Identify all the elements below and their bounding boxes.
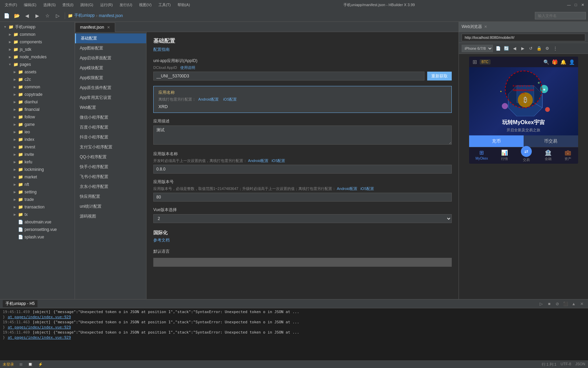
menu-select[interactable]: 选择(S): [41, 2, 58, 8]
console-tab[interactable]: 手机uniapp - H5: [3, 300, 37, 307]
version-ios-link[interactable]: iOS配置: [272, 159, 285, 163]
manifest-menu-web[interactable]: Web配置: [75, 103, 146, 113]
tree-item-invite[interactable]: ▶ 📁 invite: [0, 151, 75, 158]
browser-url-input[interactable]: [462, 34, 585, 41]
menu-tools[interactable]: 工具(T): [156, 2, 173, 8]
phone-bell-icon[interactable]: 🔔: [560, 59, 566, 65]
tab-close-manifest[interactable]: ✕: [107, 25, 110, 30]
menu-edit[interactable]: 编辑(E): [22, 2, 38, 8]
trade-btn[interactable]: 币交易: [524, 135, 578, 147]
build-input[interactable]: [153, 193, 452, 202]
tree-item-invest[interactable]: ▶ 📁 invest: [0, 143, 75, 151]
bookmark-btn[interactable]: ☆: [43, 11, 52, 20]
nav-myokex[interactable]: ⊞ MyOkex: [476, 149, 488, 162]
phone-gift-icon[interactable]: 🎁: [552, 59, 558, 65]
tree-item-pages[interactable]: ▼ 📁 pages: [0, 61, 75, 68]
minimize-btn[interactable]: —: [566, 2, 572, 8]
tree-item-market[interactable]: ▶ 📁 market: [0, 173, 75, 181]
manifest-menu-quickapp[interactable]: 快应用配置: [75, 192, 146, 202]
browser-tab-close[interactable]: ✕: [484, 25, 487, 29]
nav-finance[interactable]: 🏦 金融: [545, 149, 552, 162]
console-up-btn[interactable]: ▲: [570, 300, 577, 307]
forward-btn[interactable]: ▶: [33, 11, 42, 20]
intl-link[interactable]: 参考文档: [153, 237, 452, 243]
menu-run[interactable]: 运行(R): [98, 2, 115, 8]
version-android-link[interactable]: Android配置: [248, 159, 268, 163]
nav-market[interactable]: 📊 行情: [501, 149, 508, 162]
run-btn[interactable]: ▷: [53, 11, 62, 20]
browser-settings-btn[interactable]: ⚙: [543, 45, 551, 52]
appid-input[interactable]: [153, 72, 424, 80]
tree-item-tx[interactable]: ▶ 📁 tx: [0, 211, 75, 218]
tree-item-transaction[interactable]: ▶ 📁 transaction: [0, 203, 75, 211]
tree-item-common2[interactable]: ▶ 📁 common: [0, 83, 75, 91]
menu-publish[interactable]: 发行(U): [118, 2, 134, 8]
tree-item-kefu[interactable]: ▶ 📁 kefu: [0, 158, 75, 166]
manifest-menu-others[interactable]: App常用其它设置: [75, 93, 146, 103]
menu-file[interactable]: 文件(F): [3, 2, 19, 8]
manifest-menu-appicon[interactable]: App图标配置: [75, 43, 146, 53]
manifest-menu-unistats[interactable]: uni统计配置: [75, 202, 146, 211]
log-link-2[interactable]: at pages/index/index.vue:929: [8, 325, 71, 329]
maximize-btn[interactable]: □: [573, 2, 578, 8]
tree-item-assets[interactable]: ▶ 📁 assets: [0, 68, 75, 76]
console-close-btn[interactable]: ✕: [578, 300, 585, 307]
console-stop-btn[interactable]: ■: [546, 300, 553, 307]
phone-search-icon[interactable]: 🔍: [543, 59, 549, 65]
menu-find[interactable]: 查找(I): [60, 2, 75, 8]
console-run-btn[interactable]: ▷: [538, 300, 544, 307]
tree-item-trade[interactable]: ▶ 📁 trade: [0, 196, 75, 203]
manifest-menu-basic[interactable]: 基础配置: [75, 33, 146, 43]
vue-version-select[interactable]: 2 3: [153, 214, 452, 223]
menu-help[interactable]: 帮助(A): [175, 2, 192, 8]
ios-config-link[interactable]: iOS配置: [223, 97, 237, 101]
recharge-btn[interactable]: 充币: [469, 135, 524, 147]
window-controls[interactable]: — □ ✕: [566, 2, 585, 8]
tree-item-nodemodules[interactable]: ▶ 📁 node_modules: [0, 53, 75, 61]
app-name-input[interactable]: [158, 104, 447, 109]
manifest-menu-qq[interactable]: QQ小程序配置: [75, 152, 146, 162]
log-link-3[interactable]: at pages/index/index.vue:929: [8, 335, 71, 340]
appid-dcloud-link[interactable]: 使用说明: [180, 65, 195, 70]
browser-new-tab-btn[interactable]: 📄: [494, 45, 502, 52]
manifest-menu-alipay[interactable]: 支付宝小程序配置: [75, 142, 146, 152]
close-btn[interactable]: ✕: [580, 2, 585, 8]
browser-reload-btn[interactable]: ↺: [527, 45, 535, 52]
tree-item-copytrade[interactable]: ▶ 📁 copytrade: [0, 91, 75, 98]
browser-back-btn[interactable]: ◀: [511, 45, 518, 52]
tree-item-nft[interactable]: ▶ 📁 nft: [0, 181, 75, 188]
tree-item-personsetting[interactable]: ▶ 📄 personsetting.vue: [0, 226, 75, 233]
menu-jump[interactable]: 跳转(G): [78, 2, 95, 8]
nav-trade[interactable]: ⇄ 交易: [521, 149, 532, 162]
tree-item-splash[interactable]: ▶ 📄 splash.vue: [0, 233, 75, 241]
desc-textarea[interactable]: 测试: [153, 126, 452, 145]
manifest-menu-splash[interactable]: App启动界面配置: [75, 53, 146, 63]
manifest-menu-feishu[interactable]: 飞书小程序配置: [75, 172, 146, 182]
tree-item-aboutmain[interactable]: ▶ 📄 aboutmain.vue: [0, 218, 75, 226]
manifest-menu-baidu[interactable]: 百度小程序配置: [75, 122, 146, 132]
version-input[interactable]: [153, 165, 452, 174]
breadcrumb-project[interactable]: 手机uniapp: [74, 13, 95, 18]
menu-view[interactable]: 视图(V): [137, 2, 154, 8]
console-clear-btn[interactable]: ⊘: [554, 300, 561, 307]
manifest-menu-kuaishou[interactable]: 快手小程序配置: [75, 162, 146, 172]
manifest-menu-jd[interactable]: 京东小程序配置: [75, 182, 146, 192]
default-lang-input[interactable]: [153, 258, 452, 267]
console-expand-btn[interactable]: ⬛: [562, 300, 569, 307]
build-android-link[interactable]: Android配置: [337, 187, 357, 191]
tab-manifest[interactable]: manifest.json ✕: [75, 23, 115, 32]
log-link-1[interactable]: at pages/index/index.vue:929: [8, 315, 71, 319]
device-select[interactable]: iPhone 6/7/8 iPhone X iPad: [462, 45, 493, 52]
back-btn[interactable]: ◀: [22, 11, 31, 20]
open-file-btn[interactable]: 📂: [12, 11, 21, 20]
config-guide-link[interactable]: 配置指南: [153, 47, 452, 53]
tree-item-financial[interactable]: ▶ 📁 financial: [0, 106, 75, 113]
phone-person-icon[interactable]: 👤: [569, 59, 575, 65]
menu-bar[interactable]: 文件(F) 编辑(E) 选择(S) 查找(I) 跳转(G) 运行(R) 发行(U…: [3, 2, 192, 8]
tree-item-ieo[interactable]: ▶ 📁 ieo: [0, 128, 75, 136]
tree-item-jssdk[interactable]: ▶ 📁 js_sdk: [0, 46, 75, 53]
manifest-menu-modules[interactable]: App模块配置: [75, 63, 146, 73]
tree-item-dianhui[interactable]: ▶ 📁 dianhui: [0, 98, 75, 106]
tree-item-game[interactable]: ▶ 📁 game: [0, 121, 75, 128]
manifest-menu-wechat[interactable]: 微信小程序配置: [75, 113, 146, 122]
